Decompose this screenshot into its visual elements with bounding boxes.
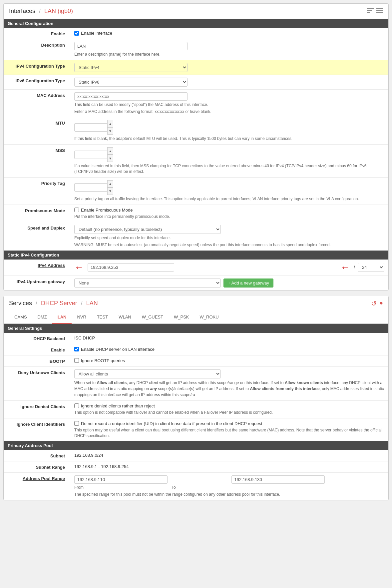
subnet-range-row: Subnet Range 192.168.9.1 - 192.168.9.254 xyxy=(4,461,388,473)
subnet-value: 192.168.9.0/24 xyxy=(70,450,388,461)
promiscuous-mode-hint: Put the interface into permanently promi… xyxy=(74,214,384,220)
tab-test[interactable]: TEST xyxy=(92,311,113,324)
filter-icon[interactable] xyxy=(367,7,374,15)
address-pool-range-row: Address Pool Range From xyxy=(4,473,388,500)
ignore-client-id-checkbox-label[interactable]: Do not record a unique identifier (UID) … xyxy=(74,421,384,426)
breadcrumb-services: Services xyxy=(9,300,32,306)
ipv4-config-type-row: IPv4 Configuration Type None Static IPv4… xyxy=(4,60,388,75)
ipv4-address-row-inner: ← ← / 8 16 24 25 26 27 xyxy=(74,262,384,273)
description-input[interactable] xyxy=(74,42,188,50)
ignore-client-id-checkbox[interactable] xyxy=(74,421,79,426)
refresh-icon[interactable]: ↺ xyxy=(371,299,377,307)
ipv4-address-input[interactable] xyxy=(88,263,174,272)
enable-checkbox[interactable] xyxy=(74,31,79,36)
priority-tag-increment-btn[interactable]: ▲ xyxy=(107,180,113,188)
tab-wlan[interactable]: WLAN xyxy=(113,311,137,324)
ignore-denied-hint: This option is not compatible with failo… xyxy=(74,410,384,415)
pool-to-input[interactable] xyxy=(231,475,325,484)
general-config-section-header: General Configuration xyxy=(4,19,388,28)
subnet-label: Subnet xyxy=(4,450,70,461)
mss-increment-btn[interactable]: ▲ xyxy=(107,147,113,155)
tab-lan[interactable]: LAN xyxy=(52,311,72,324)
dhcp-tabs-bar: CAMS DMZ LAN NVR TEST WLAN W_GUEST W_PSK… xyxy=(4,311,388,324)
ignore-client-id-label: Ignore Client Identifiers xyxy=(4,418,70,441)
pool-to-field xyxy=(231,475,385,484)
interfaces-page-header: Interfaces / LAN (igb0) xyxy=(4,4,388,19)
ignore-client-id-row: Ignore Client Identifiers Do not record … xyxy=(4,418,388,441)
dhcp-enable-checkbox-label[interactable]: Enable DHCP server on LAN interface xyxy=(74,347,384,352)
tab-nvr[interactable]: NVR xyxy=(72,311,91,324)
gateway-row: None + Add a new gateway xyxy=(74,279,384,288)
stop-icon[interactable]: ● xyxy=(379,299,383,307)
mss-spinner-btns: ▲ ▼ xyxy=(107,147,113,162)
dhcp-enable-checkbox[interactable] xyxy=(74,347,79,351)
bootp-checkbox[interactable] xyxy=(74,358,79,363)
ignore-denied-checkbox-label[interactable]: Ignore denied clients rather than reject xyxy=(74,403,384,408)
promiscuous-mode-checkbox[interactable] xyxy=(74,208,79,212)
ipv6-config-type-value-cell: None Static IPv6 DHCP6 xyxy=(70,75,388,89)
mac-hint1: This field can be used to modify ("spoof… xyxy=(74,102,384,108)
mtu-value-cell: ▲ ▼ If this field is blank, the adapter'… xyxy=(70,117,388,145)
mss-decrement-btn[interactable]: ▼ xyxy=(107,155,113,162)
mtu-decrement-btn[interactable]: ▼ xyxy=(107,127,113,135)
ignore-denied-row: Ignore Denied Clients Ignore denied clie… xyxy=(4,400,388,418)
enable-row: Enable Enable interface xyxy=(4,28,388,39)
mac-address-row: MAC Address This field can be used to mo… xyxy=(4,89,388,117)
mac-address-input[interactable] xyxy=(74,92,188,101)
enable-label: Enable xyxy=(4,28,70,39)
priority-tag-spinner-wrapper: ▲ ▼ xyxy=(74,180,384,195)
enable-value-cell: Enable interface xyxy=(70,28,388,39)
tab-w-psk[interactable]: W_PSK xyxy=(169,311,195,324)
ipv6-config-type-label: IPv6 Configuration Type xyxy=(4,75,70,89)
tab-cams[interactable]: CAMS xyxy=(9,311,32,324)
ipv4-config-type-value-cell: None Static IPv4 DHCP PPP xyxy=(70,60,388,75)
tab-dmz[interactable]: DMZ xyxy=(32,311,52,324)
deny-unknown-select[interactable]: Allow all clients Allow known clients De… xyxy=(74,369,221,378)
promiscuous-mode-checkbox-label[interactable]: Enable Promiscuous Mode xyxy=(74,208,384,213)
svg-rect-2 xyxy=(367,12,370,13)
speed-duplex-hint2: WARNING: MUST be set to autoselect (auto… xyxy=(74,242,384,248)
cidr-select[interactable]: 8 16 24 25 26 27 28 29 30 31 32 xyxy=(358,263,384,272)
description-value-cell: Enter a description (name) for the inter… xyxy=(70,39,388,60)
subnet-range-label: Subnet Range xyxy=(4,461,70,473)
svg-rect-1 xyxy=(367,10,372,11)
mtu-label: MTU xyxy=(4,117,70,145)
static-ipv4-section-header: Static IPv4 Configuration xyxy=(4,251,388,260)
list-icon[interactable] xyxy=(376,7,383,15)
ipv6-config-type-select[interactable]: None Static IPv6 DHCP6 xyxy=(74,78,188,87)
ipv4-address-value-cell: ← ← / 8 16 24 25 26 27 xyxy=(70,260,388,276)
dhcp-enable-row: Enable Enable DHCP server on LAN interfa… xyxy=(4,344,388,355)
breadcrumb-interfaces: Interfaces xyxy=(9,8,35,14)
priority-tag-input[interactable] xyxy=(74,183,108,192)
breadcrumb-dhcp-server: DHCP Server xyxy=(41,300,77,306)
pool-from-input[interactable] xyxy=(74,475,168,484)
cidr-slash: / xyxy=(354,265,355,270)
mtu-increment-btn[interactable]: ▲ xyxy=(107,120,113,127)
ignore-denied-value-cell: Ignore denied clients rather than reject… xyxy=(70,400,388,418)
bootp-checkbox-label[interactable]: Ignore BOOTP queries xyxy=(74,358,384,363)
dhcp-backend-label: DHCP Backend xyxy=(4,333,70,344)
ipv4-upstream-row: IPv4 Upstream gateway None + Add a new g… xyxy=(4,276,388,290)
deny-unknown-label: Deny Unknown Clients xyxy=(4,366,70,400)
breadcrumb-lan: LAN (igb0) xyxy=(44,8,73,14)
tab-w-guest[interactable]: W_GUEST xyxy=(137,311,169,324)
add-gateway-button[interactable]: + Add a new gateway xyxy=(223,279,273,288)
description-label: Description xyxy=(4,39,70,60)
ipv4-config-type-select[interactable]: None Static IPv4 DHCP PPP xyxy=(74,63,188,72)
ignore-denied-checkbox[interactable] xyxy=(74,403,79,408)
arrow-left-icon: ← xyxy=(74,262,84,273)
speed-duplex-value-cell: Default (no preference, typically autose… xyxy=(70,222,388,251)
bootp-value-cell: Ignore BOOTP queries xyxy=(70,355,388,366)
speed-duplex-select[interactable]: Default (no preference, typically autose… xyxy=(74,225,221,234)
description-row: Description Enter a description (name) f… xyxy=(4,39,388,60)
mtu-input[interactable] xyxy=(74,123,108,132)
static-ipv4-table: IPv4 Address ← ← / 8 16 xyxy=(4,260,388,290)
priority-tag-row: Priority Tag ▲ ▼ Set a priority tag on a… xyxy=(4,177,388,205)
services-slash2: / xyxy=(81,300,84,306)
mss-input[interactable] xyxy=(74,151,108,159)
description-hint: Enter a description (name) for the inter… xyxy=(74,52,384,57)
tab-w-roku[interactable]: W_ROKU xyxy=(195,311,224,324)
ipv4-upstream-select[interactable]: None xyxy=(74,279,221,288)
enable-checkbox-label[interactable]: Enable interface xyxy=(74,31,384,36)
priority-tag-decrement-btn[interactable]: ▼ xyxy=(107,188,113,195)
